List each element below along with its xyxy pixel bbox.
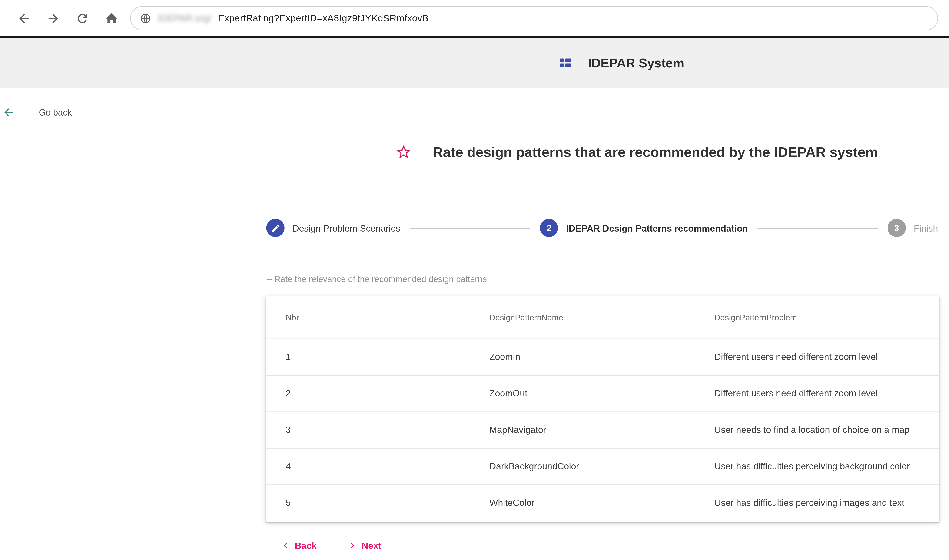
back-button[interactable] xyxy=(14,8,34,29)
app-header: IDEPAR System xyxy=(0,38,949,88)
go-back-label: Go back xyxy=(39,108,72,117)
table-row: 3 MapNavigator User needs to find a loca… xyxy=(266,411,939,448)
cell-pattern-name: MapNavigator xyxy=(489,424,714,436)
address-bar[interactable]: IDEPAR.org/ ExpertRating?ExpertID=xA8Igz… xyxy=(130,6,938,31)
cell-pattern-name: ZoomOut xyxy=(489,388,714,400)
column-header-name: DesignPatternName xyxy=(489,313,714,322)
browser-toolbar: IDEPAR.org/ ExpertRating?ExpertID=xA8Igz… xyxy=(0,0,949,38)
forward-button[interactable] xyxy=(43,8,63,29)
cell-nbr: 2 xyxy=(266,388,489,400)
back-arrow-icon xyxy=(17,11,31,25)
table-header-row: Nbr DesignPatternName DesignPatternProbl… xyxy=(266,296,939,339)
wizard-next-label: Next xyxy=(362,540,381,551)
column-header-nbr: Nbr xyxy=(266,313,489,322)
app-logo-icon xyxy=(558,55,573,71)
app-title: IDEPAR System xyxy=(588,55,684,70)
wizard-next-button[interactable]: Next xyxy=(347,540,381,551)
step-design-patterns-recommendation[interactable]: 2 IDEPAR Design Patterns recommendation xyxy=(540,219,748,237)
cell-nbr: 4 xyxy=(266,460,489,473)
cell-nbr: 3 xyxy=(266,424,489,436)
design-patterns-table: Nbr DesignPatternName DesignPatternProbl… xyxy=(266,296,939,522)
cell-pattern-problem: User has difficulties perceiving images … xyxy=(714,497,940,509)
table-row: 2 ZoomOut Different users need different… xyxy=(266,375,939,411)
table-row: 5 WhiteColor User has difficulties perce… xyxy=(266,485,939,521)
go-back-link[interactable]: Go back xyxy=(0,105,72,120)
step-1-circle xyxy=(266,219,285,237)
wizard-footer: Back Next xyxy=(280,540,381,551)
cell-nbr: 1 xyxy=(266,351,489,363)
table-row: 4 DarkBackgroundColor User has difficult… xyxy=(266,448,939,485)
edit-icon xyxy=(271,223,280,232)
cell-pattern-name: ZoomIn xyxy=(489,351,714,363)
cell-pattern-name: WhiteColor xyxy=(489,497,714,509)
star-icon xyxy=(395,143,412,160)
step-3-circle: 3 xyxy=(887,219,906,237)
column-header-problem: DesignPatternProblem xyxy=(714,313,940,322)
step-design-problem-scenarios[interactable]: Design Problem Scenarios xyxy=(266,219,400,237)
wizard-back-button[interactable]: Back xyxy=(280,540,317,551)
globe-icon xyxy=(140,12,151,24)
cell-nbr: 5 xyxy=(266,497,489,509)
table-row: 1 ZoomIn Different users need different … xyxy=(266,339,939,375)
home-icon xyxy=(104,11,118,25)
cell-pattern-name: DarkBackgroundColor xyxy=(489,460,714,473)
step-2-circle: 2 xyxy=(540,219,558,237)
url-redacted-segment: IDEPAR.org/ xyxy=(158,13,211,24)
stepper: Design Problem Scenarios 2 IDEPAR Design… xyxy=(266,219,938,237)
step-finish[interactable]: 3 Finish xyxy=(887,219,938,237)
stepper-connector xyxy=(758,228,878,228)
step-2-label: IDEPAR Design Patterns recommendation xyxy=(566,223,748,233)
cell-pattern-problem: Different users need different zoom leve… xyxy=(714,388,940,400)
page-heading-row: Rate design patterns that are recommende… xyxy=(395,143,878,160)
wizard-back-label: Back xyxy=(295,540,317,551)
url-text: ExpertRating?ExpertID=xA8Igz9tJYKdSRmfxo… xyxy=(218,13,429,24)
table-instruction: -- Rate the relevance of the recommended… xyxy=(266,274,487,284)
page-title: Rate design patterns that are recommende… xyxy=(433,144,878,160)
brand: IDEPAR System xyxy=(558,38,684,88)
browser-window: IDEPAR.org/ ExpertRating?ExpertID=xA8Igz… xyxy=(0,0,949,560)
cell-pattern-problem: Different users need different zoom leve… xyxy=(714,351,940,363)
cell-pattern-problem: User has difficulties perceiving backgro… xyxy=(714,460,940,473)
step-1-label: Design Problem Scenarios xyxy=(292,223,400,233)
go-back-arrow-icon xyxy=(2,106,14,118)
forward-arrow-icon xyxy=(46,11,60,25)
chevron-left-icon xyxy=(280,540,291,551)
step-3-label: Finish xyxy=(914,223,938,233)
chevron-right-icon xyxy=(347,540,357,551)
refresh-icon xyxy=(75,11,89,25)
home-button[interactable] xyxy=(101,8,122,29)
cell-pattern-problem: User needs to find a location of choice … xyxy=(714,424,940,436)
refresh-button[interactable] xyxy=(72,8,92,29)
stepper-connector xyxy=(410,228,530,228)
